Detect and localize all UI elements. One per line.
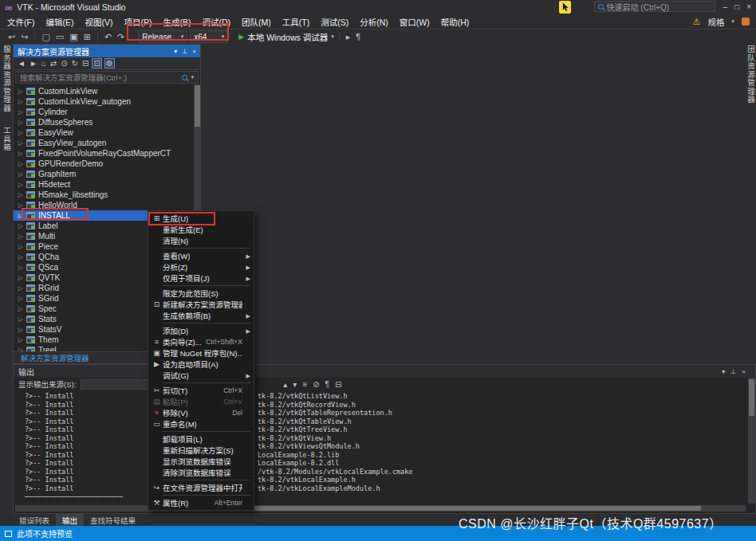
context-menu-item-限定为此范围(S)[interactable]: 限定为此范围(S): [148, 288, 254, 299]
expand-arrow-icon[interactable]: ▷: [18, 295, 26, 302]
undo-icon[interactable]: ↶: [103, 32, 113, 42]
minimize-button[interactable]: –: [723, 2, 728, 11]
pin-icon[interactable]: ⊥: [182, 48, 187, 55]
expand-arrow-icon[interactable]: ▷: [18, 305, 26, 312]
tree-item-EasyView[interactable]: ▷EasyView: [14, 127, 200, 138]
menu-item-项目(P)[interactable]: 项目(P): [118, 15, 157, 29]
menu-item-分析(N)[interactable]: 分析(N): [354, 15, 394, 29]
context-menu-item-管理 NuGet 程序包(N)...[interactable]: ▣管理 NuGet 程序包(N)...: [148, 347, 254, 359]
expand-arrow-icon[interactable]: ▷: [18, 108, 26, 116]
output-horizontal-scrollbar[interactable]: [15, 505, 746, 512]
refresh-icon[interactable]: ↻: [71, 59, 79, 68]
open-file-icon[interactable]: ▭: [54, 32, 65, 42]
expand-arrow-icon[interactable]: ▷: [18, 88, 26, 95]
save-all-icon[interactable]: ⊞: [82, 32, 93, 42]
expand-arrow-icon[interactable]: ▷: [18, 326, 26, 333]
context-menu-item-剪切(T)[interactable]: ✂剪切(T)Ctrl+X: [148, 385, 254, 396]
new-project-icon[interactable]: ▢: [40, 32, 51, 42]
configuration-combo[interactable]: Release ▾: [138, 30, 187, 43]
solution-explorer-header[interactable]: 解决方案资源管理器 ▾ ⊥ ×: [14, 45, 200, 57]
context-menu-item-移除(V)[interactable]: ×移除(V)Del: [148, 407, 254, 418]
scrollbar-thumb[interactable]: [195, 85, 200, 127]
tree-item-H5detect[interactable]: ▷H5detect: [14, 179, 200, 190]
messages-list-icon[interactable]: ≡: [302, 380, 307, 389]
bottom-tab-查找符号结果[interactable]: 查找符号结果: [84, 514, 142, 527]
context-menu-item-卸载项目(L)[interactable]: 卸载项目(L): [148, 433, 254, 445]
expand-arrow-icon[interactable]: ▷: [18, 233, 26, 240]
pending-changes-icon[interactable]: ⊙: [60, 59, 68, 68]
context-menu-item-重命名(M)[interactable]: ▭重命名(M): [148, 418, 254, 429]
menu-item-团队(M)[interactable]: 团队(M): [236, 15, 277, 29]
tree-item-H5make_libsettings[interactable]: ▷H5make_libsettings: [14, 190, 200, 200]
expand-arrow-icon[interactable]: ▷: [18, 160, 26, 167]
maximize-button[interactable]: □: [734, 2, 739, 11]
properties-icon[interactable]: ⚙: [104, 58, 115, 69]
signed-in-user[interactable]: 规格: [707, 16, 724, 28]
context-menu-item-设为启动项目(A)[interactable]: ▶设为启动项目(A): [148, 359, 254, 370]
context-menu-item-仅用于项目(J)[interactable]: 仅用于项目(J)▶: [148, 272, 254, 284]
context-menu-item-属性(R)[interactable]: ⚒属性(R)Alt+Enter: [148, 497, 254, 508]
feedback-icon[interactable]: [742, 18, 750, 25]
window-position-icon[interactable]: ▾: [722, 368, 725, 375]
tree-item-GraphItem[interactable]: ▷GraphItem: [14, 169, 200, 179]
menu-item-编辑(E)[interactable]: 编辑(E): [40, 15, 79, 29]
expand-arrow-icon[interactable]: ▷: [18, 98, 26, 105]
context-menu-item-在文件资源管理器中打开文件夹(X)[interactable]: ↪在文件资源管理器中打开文件夹(X): [148, 482, 254, 493]
scrollbar-thumb[interactable]: [254, 506, 701, 511]
toolbar-options-icon[interactable]: ¶: [354, 32, 362, 41]
expand-arrow-icon[interactable]: ▷: [18, 139, 26, 147]
collapse-all-icon[interactable]: ⊟: [81, 59, 89, 68]
menu-item-窗口(W)[interactable]: 窗口(W): [394, 15, 435, 29]
context-menu-item-粘贴(P)[interactable]: ▤粘贴(P)Ctrl+V: [148, 396, 254, 407]
toggle-word-wrap-icon[interactable]: ¶: [325, 380, 329, 389]
context-menu-item-重新生成(E)[interactable]: 重新生成(E): [148, 224, 254, 235]
start-debug-button[interactable]: ▶ 本地 Windows 调试器 ▾: [238, 31, 333, 43]
menu-item-文件(F)[interactable]: 文件(F): [2, 15, 40, 29]
expand-arrow-icon[interactable]: ▷: [18, 347, 26, 351]
run-without-debug-icon[interactable]: ▸: [345, 32, 352, 42]
solution-search-box[interactable]: 搜索解决方案资源管理器(Ctrl+;) ▾: [15, 71, 199, 84]
context-menu-item-生成(U)[interactable]: ⊞生成(U): [148, 213, 254, 224]
pin-icon[interactable]: ⊥: [730, 368, 736, 375]
expand-arrow-icon[interactable]: ▷: [18, 119, 26, 126]
context-menu-item-类向导(Z)...[interactable]: ≡类向导(Z)...Ctrl+Shift+X: [148, 336, 254, 347]
tree-item-Cylinder[interactable]: ▷Cylinder: [14, 107, 200, 117]
expand-arrow-icon[interactable]: ▷: [18, 202, 26, 209]
menu-item-工具(T)[interactable]: 工具(T): [277, 15, 315, 29]
context-menu-item-查看(W)[interactable]: 查看(W)▶: [148, 250, 254, 261]
context-menu-item-生成依赖项(B)[interactable]: 生成依赖项(B)▶: [148, 310, 254, 321]
bottom-tab-错误列表[interactable]: 错误列表: [13, 514, 56, 527]
forward-icon[interactable]: ►: [29, 59, 38, 68]
next-message-icon[interactable]: ▾: [293, 380, 297, 389]
expand-arrow-icon[interactable]: ▷: [18, 171, 26, 178]
redo-icon[interactable]: ↷: [116, 32, 126, 42]
close-icon[interactable]: ×: [192, 48, 196, 55]
close-button[interactable]: ×: [746, 2, 751, 11]
menu-item-生成(B)[interactable]: 生成(B): [157, 15, 196, 29]
expand-arrow-icon[interactable]: ▷: [18, 316, 26, 323]
expand-arrow-icon[interactable]: ▷: [18, 222, 26, 229]
tree-item-EasyView_autogen[interactable]: ▷EasyView_autogen: [14, 138, 200, 148]
expand-arrow-icon[interactable]: ▷: [18, 150, 26, 157]
tree-item-CustomLinkView_autogen[interactable]: ▷CustomLinkView_autogen: [14, 96, 200, 107]
expand-arrow-icon[interactable]: ▷: [18, 284, 26, 292]
expand-arrow-icon[interactable]: ▷: [18, 264, 26, 271]
expand-arrow-icon[interactable]: ▷: [18, 253, 26, 261]
home-icon[interactable]: ⌂: [41, 59, 47, 68]
user-dropdown-icon[interactable]: ▾: [731, 18, 734, 25]
scrollbar-thumb[interactable]: [749, 379, 754, 416]
notification-warning-icon[interactable]: ⚠: [693, 17, 701, 27]
context-menu-item-分析(Z)[interactable]: 分析(Z)▶: [148, 261, 254, 272]
quick-launch-box[interactable]: 快速启动 (Ctrl+Q): [594, 1, 715, 12]
window-position-icon[interactable]: ▾: [174, 48, 177, 55]
expand-arrow-icon[interactable]: ▷: [18, 274, 26, 281]
tab-solution-explorer[interactable]: 解决方案资源管理器: [17, 352, 93, 363]
bottom-tab-输出[interactable]: 输出: [56, 514, 84, 527]
platform-combo[interactable]: x64 ▾: [190, 30, 228, 43]
close-icon[interactable]: ×: [742, 368, 746, 375]
rail-tab-工具箱[interactable]: 工具箱: [1, 127, 12, 152]
tree-item-DiffuseSpheres[interactable]: ▷DiffuseSpheres: [14, 117, 200, 127]
tree-item-HelloWorld[interactable]: ▷HelloWorld: [14, 200, 200, 210]
menu-item-调试(D)[interactable]: 调试(D): [196, 15, 236, 29]
context-menu-item-清除浏览数据库错误[interactable]: 清除浏览数据库错误: [148, 467, 254, 478]
